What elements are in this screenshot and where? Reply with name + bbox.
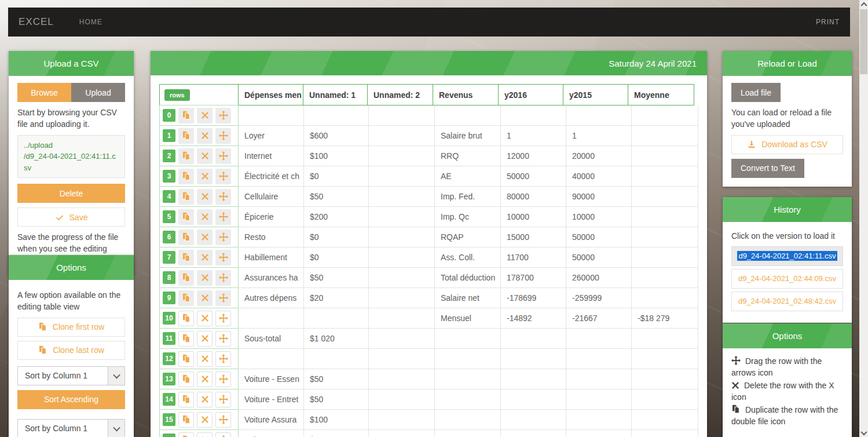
table-cell[interactable] <box>369 288 435 308</box>
delete-row-button[interactable] <box>197 128 213 144</box>
duplicate-row-button[interactable] <box>178 189 194 205</box>
duplicate-row-button[interactable] <box>178 412 194 428</box>
sort-column-select-2[interactable]: Sort by Column 1 <box>17 419 125 437</box>
delete-row-button[interactable] <box>197 372 213 387</box>
table-cell[interactable]: Resto <box>239 227 304 247</box>
scrollbar-thumb[interactable] <box>860 9 867 74</box>
table-cell[interactable] <box>304 308 369 329</box>
table-cell[interactable]: Cellulaire <box>239 187 304 207</box>
table-cell[interactable]: 260000 <box>566 268 632 288</box>
table-cell[interactable]: 10000 <box>501 207 566 227</box>
table-cell[interactable] <box>369 329 435 349</box>
table-cell[interactable]: $600 <box>304 126 369 146</box>
nav-home-link[interactable]: HOME <box>79 18 102 26</box>
duplicate-row-button[interactable] <box>178 432 194 437</box>
table-cell[interactable] <box>435 349 501 369</box>
table-cell[interactable]: Salaire brut <box>435 126 501 146</box>
table-cell[interactable] <box>501 369 566 389</box>
move-row-handle[interactable] <box>215 209 231 225</box>
duplicate-row-button[interactable] <box>178 351 194 367</box>
duplicate-row-button[interactable] <box>178 331 194 347</box>
table-cell[interactable] <box>632 146 698 166</box>
table-cell[interactable]: $50 <box>304 187 369 207</box>
sort-column-select-1[interactable]: Sort by Column 1 <box>17 366 125 385</box>
table-cell[interactable]: 40000 <box>566 166 632 187</box>
table-cell[interactable] <box>435 105 501 126</box>
table-cell[interactable]: 80000 <box>501 187 566 207</box>
table-cell[interactable]: Voiture Assura <box>239 410 304 430</box>
duplicate-row-button[interactable] <box>178 250 194 265</box>
move-row-handle[interactable] <box>215 412 231 428</box>
table-cell[interactable] <box>369 247 435 268</box>
save-button[interactable]: Save <box>17 207 125 227</box>
table-cell[interactable] <box>632 410 698 430</box>
convert-to-text-button[interactable]: Convert to Text <box>731 159 804 178</box>
duplicate-row-button[interactable] <box>178 270 194 286</box>
move-row-handle[interactable] <box>215 432 231 437</box>
table-cell[interactable] <box>369 227 435 247</box>
table-cell[interactable] <box>632 227 698 247</box>
move-row-handle[interactable] <box>215 189 231 205</box>
table-cell[interactable] <box>632 166 698 187</box>
table-cell[interactable] <box>369 187 435 207</box>
table-cell[interactable]: $50 <box>304 268 369 288</box>
scroll-up-arrow-icon[interactable] <box>859 0 868 9</box>
table-cell[interactable] <box>566 410 632 430</box>
table-cell[interactable]: $200 <box>304 207 369 227</box>
nav-print-link[interactable]: PRINT <box>816 18 840 26</box>
table-cell[interactable] <box>501 349 566 369</box>
table-cell[interactable] <box>369 146 435 166</box>
table-cell[interactable] <box>632 349 698 369</box>
table-cell[interactable] <box>501 410 566 430</box>
table-cell[interactable] <box>435 369 501 389</box>
duplicate-row-button[interactable] <box>178 169 194 184</box>
table-cell[interactable] <box>501 389 566 410</box>
table-cell[interactable] <box>369 207 435 227</box>
table-cell[interactable]: Mensuel <box>435 308 501 329</box>
sort-ascending-button[interactable]: Sort Ascending <box>17 390 125 409</box>
table-cell[interactable] <box>501 430 566 437</box>
table-cell[interactable]: -178699 <box>501 288 566 308</box>
table-cell[interactable] <box>566 105 632 126</box>
table-cell[interactable]: Sous-total <box>239 329 304 349</box>
download-csv-button[interactable]: Download as CSV <box>731 135 843 154</box>
delete-row-button[interactable] <box>197 270 213 286</box>
history-version-button[interactable]: d9_24-04-2021_02:44:09.csv <box>731 269 843 289</box>
table-cell[interactable] <box>435 329 501 349</box>
table-cell[interactable] <box>632 187 698 207</box>
table-cell[interactable]: -21667 <box>566 308 632 329</box>
table-cell[interactable]: $50 <box>304 389 369 410</box>
duplicate-row-button[interactable] <box>178 311 194 326</box>
table-cell[interactable] <box>304 349 369 369</box>
delete-row-button[interactable] <box>197 108 213 123</box>
table-cell[interactable]: 12000 <box>501 146 566 166</box>
table-cell[interactable]: $1 020 <box>304 329 369 349</box>
table-cell[interactable]: 15000 <box>501 227 566 247</box>
move-row-handle[interactable] <box>215 331 231 347</box>
table-cell[interactable] <box>435 389 501 410</box>
load-file-button[interactable]: Load file <box>731 83 781 102</box>
table-cell[interactable] <box>632 288 698 308</box>
table-cell[interactable]: 1 <box>501 126 566 146</box>
delete-row-button[interactable] <box>197 392 213 407</box>
table-cell[interactable] <box>632 369 698 389</box>
table-cell[interactable]: -$18 279 <box>632 308 698 329</box>
table-cell[interactable] <box>435 410 501 430</box>
delete-button[interactable]: Delete <box>17 184 125 203</box>
table-cell[interactable]: 50000 <box>566 247 632 268</box>
table-cell[interactable] <box>632 329 698 349</box>
scroll-down-arrow-icon[interactable] <box>859 428 868 437</box>
table-cell[interactable] <box>435 430 501 437</box>
table-cell[interactable]: 90000 <box>566 187 632 207</box>
move-row-handle[interactable] <box>215 230 231 245</box>
table-cell[interactable]: $0 <box>304 227 369 247</box>
table-cell[interactable] <box>501 329 566 349</box>
table-cell[interactable]: $100 <box>304 410 369 430</box>
table-cell[interactable] <box>239 105 304 126</box>
table-cell[interactable]: Autres dépens <box>239 288 304 308</box>
duplicate-row-button[interactable] <box>178 372 194 387</box>
table-cell[interactable]: Internet <box>239 146 304 166</box>
move-row-handle[interactable] <box>215 169 231 184</box>
table-cell[interactable]: Ass. Coll. <box>435 247 501 268</box>
delete-row-button[interactable] <box>197 209 213 225</box>
